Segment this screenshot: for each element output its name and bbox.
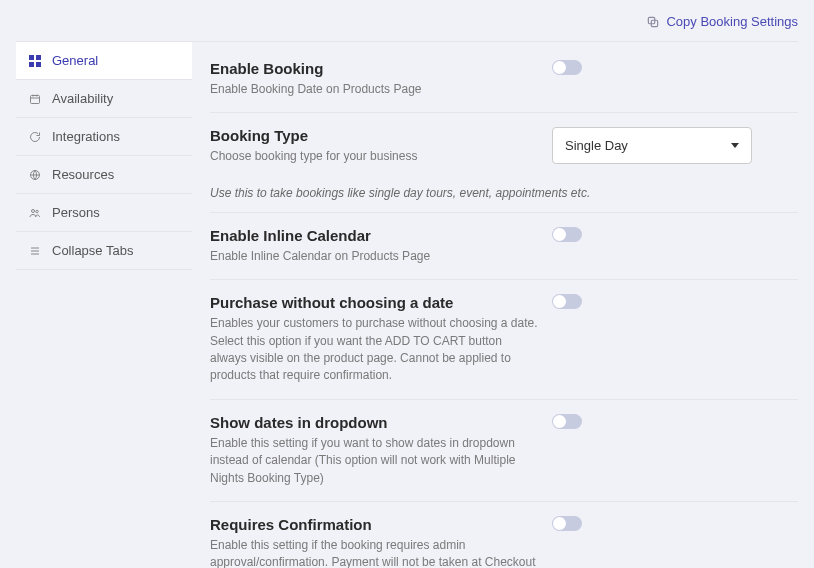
booking-type-hint: Use this to take bookings like single da… xyxy=(210,180,798,213)
setting-desc: Enable Booking Date on Products Page xyxy=(210,81,540,98)
sidebar-item-label: General xyxy=(52,53,98,68)
sidebar-item-collapse-tabs[interactable]: Collapse Tabs xyxy=(16,232,192,270)
sidebar-item-general[interactable]: General xyxy=(16,42,192,80)
sidebar-item-label: Availability xyxy=(52,91,113,106)
setting-dates-dropdown: Show dates in dropdown Enable this setti… xyxy=(210,400,798,502)
setting-desc: Enable Inline Calendar on Products Page xyxy=(210,248,540,265)
copy-booking-settings-label: Copy Booking Settings xyxy=(666,14,798,29)
copy-booking-settings-link[interactable]: Copy Booking Settings xyxy=(646,14,798,29)
svg-rect-3 xyxy=(36,55,41,60)
requires-confirmation-toggle[interactable] xyxy=(552,516,582,531)
sidebar-item-label: Resources xyxy=(52,167,114,182)
calendar-icon xyxy=(28,92,42,106)
setting-enable-booking: Enable Booking Enable Booking Date on Pr… xyxy=(210,60,798,113)
svg-rect-2 xyxy=(29,55,34,60)
setting-desc: Choose booking type for your business xyxy=(210,148,540,165)
sidebar-item-integrations[interactable]: Integrations xyxy=(16,118,192,156)
top-bar: Copy Booking Settings xyxy=(16,10,798,42)
setting-title: Purchase without choosing a date xyxy=(210,294,540,311)
enable-booking-toggle[interactable] xyxy=(552,60,582,75)
setting-title: Enable Inline Calendar xyxy=(210,227,540,244)
svg-rect-4 xyxy=(29,62,34,67)
persons-icon xyxy=(28,206,42,220)
setting-inline-calendar: Enable Inline Calendar Enable Inline Cal… xyxy=(210,213,798,280)
sidebar-item-label: Collapse Tabs xyxy=(52,243,133,258)
setting-requires-confirmation: Requires Confirmation Enable this settin… xyxy=(210,502,798,568)
setting-desc: Enable this setting if the booking requi… xyxy=(210,537,540,568)
setting-purchase-without-date: Purchase without choosing a date Enables… xyxy=(210,280,798,400)
copy-icon xyxy=(646,15,660,29)
sidebar-item-availability[interactable]: Availability xyxy=(16,80,192,118)
globe-icon xyxy=(28,168,42,182)
settings-panel: Enable Booking Enable Booking Date on Pr… xyxy=(210,42,798,568)
booking-type-selected: Single Day xyxy=(565,138,628,153)
purchase-without-date-toggle[interactable] xyxy=(552,294,582,309)
svg-rect-5 xyxy=(36,62,41,67)
setting-title: Show dates in dropdown xyxy=(210,414,540,431)
setting-title: Booking Type xyxy=(210,127,540,144)
list-icon xyxy=(28,244,42,258)
sidebar-item-label: Integrations xyxy=(52,129,120,144)
setting-title: Enable Booking xyxy=(210,60,540,77)
inline-calendar-toggle[interactable] xyxy=(552,227,582,242)
sidebar-item-persons[interactable]: Persons xyxy=(16,194,192,232)
sync-icon xyxy=(28,130,42,144)
setting-title: Requires Confirmation xyxy=(210,516,540,533)
dates-dropdown-toggle[interactable] xyxy=(552,414,582,429)
sidebar: General Availability Integrations xyxy=(16,42,192,568)
chevron-down-icon xyxy=(731,143,739,148)
booking-type-select[interactable]: Single Day xyxy=(552,127,752,164)
setting-desc: Enables your customers to purchase witho… xyxy=(210,315,540,385)
setting-desc: Enable this setting if you want to show … xyxy=(210,435,540,487)
sidebar-item-label: Persons xyxy=(52,205,100,220)
svg-point-13 xyxy=(36,210,39,213)
setting-booking-type: Booking Type Choose booking type for you… xyxy=(210,113,798,179)
svg-rect-6 xyxy=(31,95,40,103)
sidebar-item-resources[interactable]: Resources xyxy=(16,156,192,194)
svg-point-12 xyxy=(32,209,35,212)
grid-icon xyxy=(28,54,42,68)
